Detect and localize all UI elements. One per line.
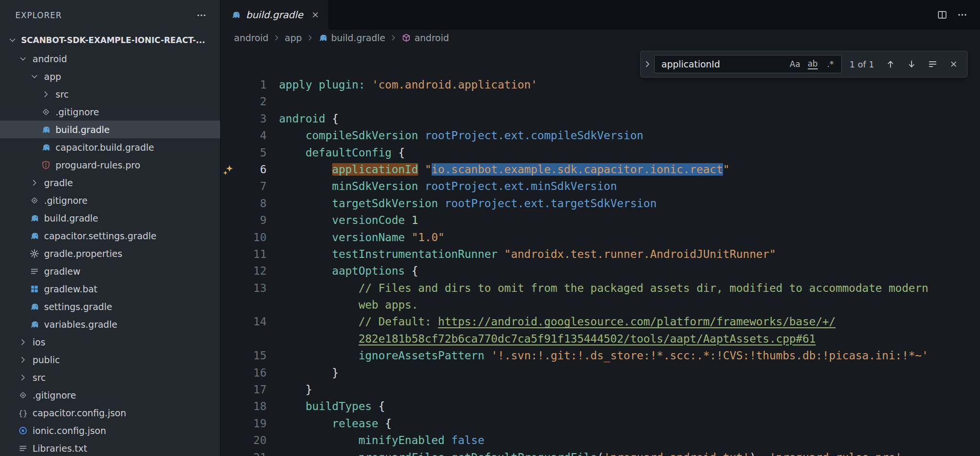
code-line-wrap[interactable]: web apps. — [221, 297, 980, 313]
code-token — [279, 265, 332, 277]
line-number[interactable]: 12 — [221, 263, 279, 279]
copilot-sparkle-icon[interactable] — [223, 164, 234, 176]
code-line-21[interactable]: 21 proguardFiles getDefaultProguardFile(… — [221, 449, 980, 456]
explorer-more-actions-button[interactable] — [196, 10, 207, 21]
line-number[interactable]: 15 — [221, 347, 279, 364]
line-number[interactable]: 21 — [221, 449, 279, 456]
regex-toggle[interactable]: .* — [822, 57, 838, 71]
tree-item-capacitor-config-json[interactable]: {}capacitor.config.json — [0, 404, 220, 422]
line-number[interactable]: 1 — [221, 77, 279, 93]
code-line-4[interactable]: 4 compileSdkVersion rootProject.ext.comp… — [221, 127, 980, 144]
tree-item-capacitor-build-gradle[interactable]: capacitor.build.gradle — [0, 138, 220, 156]
tree-item-src[interactable]: src — [0, 368, 220, 386]
code-line-13[interactable]: 13 // Files and dirs to omit from the pa… — [221, 280, 980, 297]
line-number[interactable]: 8 — [221, 195, 279, 212]
code-token — [405, 214, 412, 226]
line-number[interactable]: 20 — [221, 432, 279, 449]
line-number[interactable]: 14 — [221, 313, 279, 330]
tree-item-capacitor-settings-gradle[interactable]: capacitor.settings.gradle — [0, 227, 220, 245]
line-number[interactable]: 4 — [221, 127, 279, 144]
code-editor[interactable]: 1apply plugin: 'com.android.application'… — [221, 46, 980, 456]
tree-item-proguard-rules-pro[interactable]: proguard-rules.pro — [0, 156, 220, 174]
code-line-8[interactable]: 8 targetSdkVersion rootProject.ext.targe… — [221, 195, 980, 212]
code-line-12[interactable]: 12 aaptOptions { — [221, 263, 980, 279]
tab-build-gradle[interactable]: build.gradle — [221, 0, 328, 30]
line-number[interactable]: 18 — [221, 398, 279, 415]
tree-item-app[interactable]: app — [0, 67, 220, 85]
line-number[interactable] — [221, 297, 279, 313]
code-line-6[interactable]: 6 applicationId "io.scanbot.example.sdk.… — [221, 161, 980, 178]
tree-item-gradlew-bat[interactable]: gradlew.bat — [0, 280, 220, 298]
code-line-15[interactable]: 15 ignoreAssetsPattern '!.svn:!.git:!.ds… — [221, 347, 980, 364]
editor-more-actions-button[interactable] — [957, 10, 968, 20]
line-number[interactable]: 19 — [221, 415, 279, 432]
code-link[interactable]: 282e181b58cf72b6ca770dc7ca5f91f135444502… — [358, 333, 815, 345]
code-line-16[interactable]: 16 } — [221, 365, 980, 381]
breadcrumb-item-build-gradle[interactable]: build.gradle — [318, 33, 385, 43]
code-line-5[interactable]: 5 defaultConfig { — [221, 145, 980, 161]
tree-item-gradlew[interactable]: gradlew — [0, 262, 220, 280]
line-number[interactable]: 7 — [221, 178, 279, 195]
code-link[interactable]: https://android.googlesource.com/platfor… — [438, 315, 835, 328]
line-number[interactable]: 10 — [221, 229, 279, 246]
toggle-replace-button[interactable] — [641, 51, 654, 77]
tree-item-gradle[interactable]: gradle — [0, 174, 220, 191]
tree-item-variables-gradle[interactable]: variables.gradle — [0, 315, 220, 333]
close-find-button[interactable] — [945, 56, 962, 73]
code-line-18[interactable]: 18 buildTypes { — [221, 398, 980, 415]
code-line-19[interactable]: 19 release { — [221, 415, 980, 432]
tree-item-build-gradle[interactable]: build.gradle — [0, 121, 220, 138]
code-token: ( — [597, 451, 604, 456]
breadcrumb-item-android[interactable]: android — [401, 33, 449, 43]
previous-match-button[interactable] — [882, 56, 899, 73]
code-line-1[interactable]: 1apply plugin: 'com.android.application' — [221, 77, 980, 93]
code-line-10[interactable]: 10 versionName "1.0" — [221, 229, 980, 246]
line-number[interactable]: 16 — [221, 365, 279, 381]
tree-item-android[interactable]: android — [0, 50, 220, 67]
workspace-root-folder[interactable]: SCANBOT-SDK-EXAMPLE-IONIC-REACT-... — [0, 31, 220, 50]
tree-item-label: capacitor.build.gradle — [56, 142, 154, 153]
tree-item-gitignore[interactable]: .gitignore — [0, 191, 220, 209]
line-number[interactable]: 13 — [221, 280, 279, 297]
line-number[interactable]: 17 — [221, 381, 279, 398]
code-line-2[interactable]: 2 — [221, 93, 980, 110]
tree-item-src[interactable]: src — [0, 85, 220, 103]
tree-item-gitignore[interactable]: .gitignore — [0, 386, 220, 404]
code-line-17[interactable]: 17 } — [221, 381, 980, 398]
tree-item-gitignore[interactable]: .gitignore — [0, 103, 220, 121]
breadcrumb-item-android[interactable]: android — [234, 33, 268, 43]
code-line-14[interactable]: 14 // Default: https://android.googlesou… — [221, 313, 980, 330]
code-token: { — [405, 265, 418, 277]
line-number[interactable]: 3 — [221, 111, 279, 127]
whole-word-toggle[interactable]: ab — [804, 57, 821, 71]
line-content: apply plugin: 'com.android.application' — [279, 77, 980, 93]
tree-item-libraries-txt[interactable]: Libraries.txt — [0, 439, 220, 456]
code-line-7[interactable]: 7 minSdkVersion rootProject.ext.minSdkVe… — [221, 178, 980, 195]
match-case-toggle[interactable]: Aa — [787, 57, 803, 71]
code-line-11[interactable]: 11 testInstrumentationRunner "androidx.t… — [221, 246, 980, 263]
line-number[interactable]: 9 — [221, 212, 279, 229]
tree-item-label: variables.gradle — [44, 319, 117, 330]
split-editor-button[interactable] — [937, 10, 947, 20]
tab-close-button[interactable] — [311, 11, 320, 19]
tree-item-public[interactable]: public — [0, 351, 220, 368]
tree-item-build-gradle[interactable]: build.gradle — [0, 209, 220, 227]
line-number[interactable]: 2 — [221, 93, 279, 110]
breadcrumb-item-app[interactable]: app — [285, 33, 302, 43]
tree-item-ionic-config-json[interactable]: ionic.config.json — [0, 422, 220, 439]
next-match-button[interactable] — [903, 56, 920, 73]
line-number[interactable] — [221, 331, 279, 347]
tree-item-gradle-properties[interactable]: gradle.properties — [0, 245, 220, 262]
code-line-9[interactable]: 9 versionCode 1 — [221, 212, 980, 229]
code-line-3[interactable]: 3android { — [221, 111, 980, 127]
find-in-selection-button[interactable] — [924, 56, 941, 73]
tree-item-settings-gradle[interactable]: settings.gradle — [0, 298, 220, 315]
code-line-20[interactable]: 20 minifyEnabled false — [221, 432, 980, 449]
find-input[interactable] — [660, 58, 787, 70]
chevron-down-icon — [29, 72, 40, 81]
code-line-wrap[interactable]: 282e181b58cf72b6ca770dc7ca5f91f135444502… — [221, 331, 980, 347]
line-number[interactable]: 11 — [221, 246, 279, 263]
line-number[interactable]: 5 — [221, 145, 279, 161]
tree-item-ios[interactable]: ios — [0, 333, 220, 351]
git-icon — [29, 196, 40, 205]
